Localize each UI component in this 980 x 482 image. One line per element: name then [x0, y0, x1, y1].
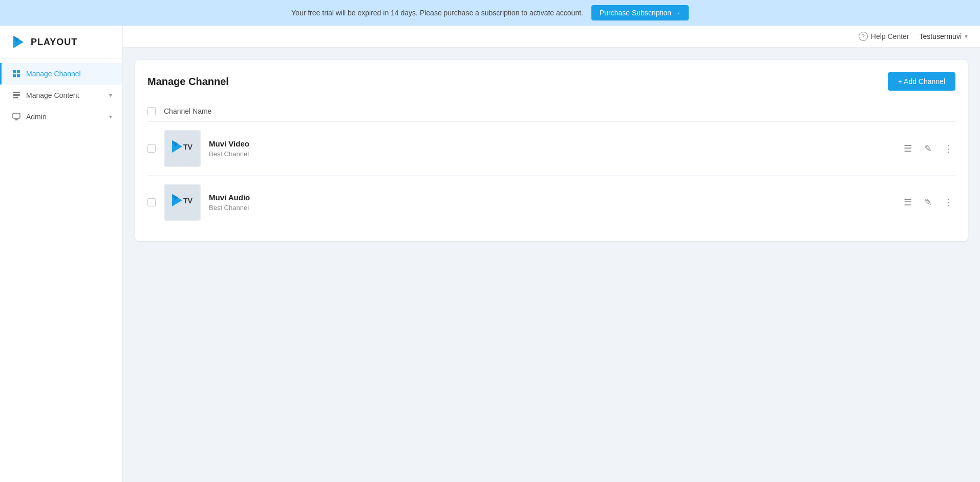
manage-content-icon: [12, 91, 21, 100]
channel-description-1: Best Channel: [209, 204, 893, 212]
svg-rect-11: [165, 185, 200, 220]
channel-actions-1: ☰ ✎ ⋮: [902, 195, 955, 210]
channel-info-0: Muvi Video Best Channel: [209, 139, 893, 158]
card-header: Manage Channel + Add Channel: [147, 72, 955, 91]
channel-name-column-header: Channel Name: [164, 107, 211, 115]
page-title: Manage Channel: [147, 76, 229, 88]
admin-icon: [12, 112, 21, 121]
svg-rect-3: [17, 74, 20, 77]
table-header: Channel Name: [147, 101, 955, 122]
logo-text: PLAYOUT: [31, 37, 77, 48]
channel-name-0: Muvi Video: [209, 139, 893, 148]
channel-edit-icon-0[interactable]: ✎: [922, 141, 934, 156]
add-channel-button[interactable]: + Add Channel: [888, 72, 955, 91]
content-area: ? Help Center Testusermuvi ▾ Manage Chan…: [123, 26, 980, 482]
channel-name-1: Muvi Audio: [209, 193, 893, 202]
sidebar: PLAYOUT Manage Channel: [0, 26, 123, 482]
user-menu[interactable]: Testusermuvi ▾: [920, 32, 968, 40]
logo: PLAYOUT: [0, 26, 122, 59]
topbar: ? Help Center Testusermuvi ▾: [123, 26, 980, 48]
channels-list: TV Muvi Video Best Channel ☰ ✎ ⋮: [147, 122, 955, 229]
channel-logo-1: TV: [164, 184, 201, 221]
manage-channel-icon: [12, 69, 21, 78]
svg-rect-8: [15, 119, 18, 120]
svg-rect-9: [165, 131, 200, 166]
sidebar-item-manage-content-label: Manage Content: [26, 91, 79, 99]
channel-more-icon-0[interactable]: ⋮: [942, 141, 955, 156]
purchase-subscription-button[interactable]: Purchase Subscription →: [591, 5, 689, 20]
channel-checkbox-1[interactable]: [147, 198, 156, 206]
main-content: Manage Channel + Add Channel Channel Nam…: [123, 48, 980, 482]
svg-rect-6: [13, 97, 18, 98]
sidebar-item-manage-channel[interactable]: Manage Channel: [0, 63, 122, 85]
sidebar-nav: Manage Channel Manage Content ▾: [0, 59, 122, 482]
svg-rect-7: [13, 113, 20, 118]
channel-info-1: Muvi Audio Best Channel: [209, 193, 893, 212]
channel-description-0: Best Channel: [209, 150, 893, 158]
svg-rect-2: [13, 74, 16, 77]
svg-text:TV: TV: [183, 143, 193, 151]
user-menu-chevron-icon: ▾: [965, 33, 968, 40]
channel-list-icon-1[interactable]: ☰: [902, 195, 914, 210]
channel-more-icon-1[interactable]: ⋮: [942, 195, 955, 210]
channel-row: TV Muvi Video Best Channel ☰ ✎ ⋮: [147, 122, 955, 176]
sidebar-item-admin-label: Admin: [26, 113, 47, 121]
help-center-label: Help Center: [871, 32, 909, 40]
svg-rect-0: [13, 70, 16, 73]
channel-row: TV Muvi Audio Best Channel ☰ ✎ ⋮: [147, 176, 955, 229]
svg-rect-5: [13, 94, 20, 96]
channel-list-icon-0[interactable]: ☰: [902, 141, 914, 156]
sidebar-item-manage-content[interactable]: Manage Content ▾: [0, 85, 122, 106]
trial-banner: Your free trial will be expired in 14 da…: [0, 0, 980, 26]
manage-channel-card: Manage Channel + Add Channel Channel Nam…: [135, 60, 968, 241]
admin-chevron-icon: ▾: [109, 113, 112, 120]
sidebar-item-admin[interactable]: Admin ▾: [0, 106, 122, 128]
svg-text:TV: TV: [183, 197, 193, 205]
channel-edit-icon-1[interactable]: ✎: [922, 195, 934, 210]
banner-text: Your free trial will be expired in 14 da…: [291, 9, 583, 17]
channel-logo-0: TV: [164, 130, 201, 167]
user-name: Testusermuvi: [920, 32, 962, 40]
svg-rect-4: [13, 92, 20, 93]
help-circle-icon: ?: [859, 32, 868, 41]
playout-logo-icon: [10, 34, 27, 50]
channel-actions-0: ☰ ✎ ⋮: [902, 141, 955, 156]
svg-rect-1: [17, 70, 20, 73]
select-all-checkbox[interactable]: [147, 107, 156, 115]
channel-checkbox-0[interactable]: [147, 144, 156, 153]
help-center-link[interactable]: ? Help Center: [859, 32, 909, 41]
manage-content-chevron-icon: ▾: [109, 92, 112, 99]
sidebar-item-manage-channel-label: Manage Channel: [26, 70, 81, 78]
